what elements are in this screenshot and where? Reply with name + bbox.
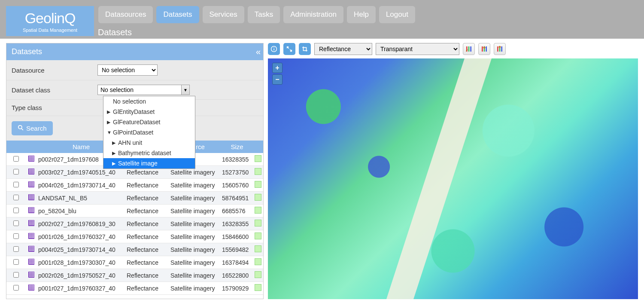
row-checkbox[interactable] <box>13 195 19 200</box>
datasource-select[interactable]: No selection <box>97 64 158 76</box>
row-type: Reflectance <box>125 269 169 282</box>
table-row[interactable]: p002r026_1dm19750527_40ReflectanceSatell… <box>6 269 263 282</box>
table-row[interactable]: p001r028_1dm19730307_40ReflectanceSatell… <box>6 256 263 269</box>
col-size-header[interactable]: Size <box>220 141 254 153</box>
row-name: p001r027_1dm19760327_40 <box>37 282 125 294</box>
dropdown-item[interactable]: ▶GlEntityDataset <box>103 107 195 117</box>
row-source: Satellite imagery <box>169 192 220 204</box>
table-row[interactable]: LANDSAT_NL_B5ReflectanceSatellite imager… <box>6 192 263 205</box>
dropdown-item[interactable]: ▶Bathymetric dataset <box>103 148 195 158</box>
status-badge <box>255 220 261 226</box>
dataset-icon <box>28 181 34 187</box>
row-type: Reflectance <box>125 231 169 243</box>
dropdown-item-label: Satellite image <box>118 160 158 167</box>
row-name: po_58204_blu <box>37 205 125 217</box>
nav-help[interactable]: Help <box>347 6 376 23</box>
zoom-out-button[interactable]: − <box>272 74 283 85</box>
row-size: 15790929 <box>220 282 254 294</box>
nav-logout[interactable]: Logout <box>379 6 415 23</box>
row-checkbox[interactable] <box>13 208 19 213</box>
main-nav: DatasourcesDatasetsServicesTasksAdminist… <box>98 6 415 23</box>
table-row[interactable]: p004r025_1dm19730714_40ReflectanceSatell… <box>6 243 263 256</box>
map-panel: Reflectance Transparant + − <box>268 43 638 299</box>
dataset-class-row: Dataset class ▼ No selection▶GlEntityDat… <box>6 80 263 100</box>
nav-datasources[interactable]: Datasources <box>98 6 153 23</box>
dropdown-item-label: GlPointDataset <box>113 129 153 136</box>
status-badge <box>255 181 261 188</box>
nav-services[interactable]: Services <box>203 6 244 23</box>
row-source: Satellite imagery <box>169 269 220 282</box>
collapse-icon[interactable]: « <box>256 47 258 57</box>
row-size: 6685576 <box>220 205 254 217</box>
row-checkbox[interactable] <box>13 233 19 239</box>
dataset-class-dropdown-button[interactable]: ▼ <box>181 85 190 95</box>
map-canvas[interactable]: + − <box>268 58 638 299</box>
info-button[interactable] <box>268 43 280 55</box>
svg-rect-7 <box>470 46 471 52</box>
dropdown-item[interactable]: ▶Satellite image <box>103 158 195 168</box>
style-import-button[interactable] <box>478 43 490 55</box>
dataset-icon <box>28 259 34 265</box>
svg-rect-10 <box>486 46 487 52</box>
crop-button[interactable] <box>299 43 311 55</box>
row-checkbox[interactable] <box>13 156 19 162</box>
panel-title: Datasets <box>12 47 42 56</box>
transparency-select[interactable]: Transparant <box>376 43 459 55</box>
row-source: Satellite imagery <box>169 244 220 256</box>
app-logo[interactable]: GeolinQ Spatial Data Management <box>6 6 94 36</box>
logo-title: GeolinQ <box>25 10 76 27</box>
nav-datasets[interactable]: Datasets <box>156 6 199 23</box>
search-button[interactable]: Search <box>12 121 53 135</box>
dropdown-item[interactable]: No selection <box>103 96 195 107</box>
dropdown-item[interactable]: ▶GlFeatureDataset <box>103 117 195 127</box>
row-checkbox[interactable] <box>13 169 19 174</box>
row-name: p001r026_1dm19760327_40 <box>37 231 125 243</box>
row-checkbox[interactable] <box>13 182 19 187</box>
table-body: p002r027_1dm197608imagery16328355p003r02… <box>6 153 263 295</box>
zoom-in-button[interactable]: + <box>272 63 283 73</box>
style-export-button[interactable] <box>494 43 506 55</box>
dropdown-item[interactable]: ▶AHN unit <box>103 138 195 148</box>
map-toolbar: Reflectance Transparant <box>268 43 638 55</box>
table-row[interactable]: p001r027_1dm19760327_40ReflectanceSatell… <box>6 282 263 295</box>
dropdown-item[interactable]: ▼GlPointDataset <box>103 127 195 138</box>
table-row[interactable]: po_58204_bluReflectanceSatellite imagery… <box>6 205 263 217</box>
dropdown-item-label: GlEntityDataset <box>113 108 155 115</box>
row-size: 16328355 <box>220 153 254 165</box>
expand-button[interactable] <box>283 43 295 55</box>
svg-line-1 <box>21 129 23 130</box>
row-checkbox[interactable] <box>13 246 19 252</box>
status-badge <box>255 271 261 278</box>
status-badge <box>255 168 261 175</box>
dataset-class-combo[interactable]: ▼ <box>97 85 190 95</box>
map-zoom-controls: + − <box>272 63 283 86</box>
row-name: p002r026_1dm19750527_40 <box>37 269 125 282</box>
row-size: 16328355 <box>220 218 254 230</box>
row-checkbox[interactable] <box>13 259 19 265</box>
table-row[interactable]: p002r027_1dm19760819_30ReflectanceSatell… <box>6 217 263 230</box>
dataset-class-input[interactable] <box>97 85 181 95</box>
row-source: Satellite imagery <box>169 257 220 269</box>
dropdown-item-label: AHN unit <box>118 139 142 146</box>
layer-type-select[interactable]: Reflectance <box>314 43 372 55</box>
row-checkbox[interactable] <box>13 285 19 291</box>
row-checkbox[interactable] <box>13 272 19 278</box>
dataset-icon <box>28 233 34 239</box>
svg-rect-13 <box>501 46 502 52</box>
row-source: Satellite imagery <box>169 205 220 217</box>
dataset-icon <box>28 168 34 174</box>
row-type: Reflectance <box>125 218 169 230</box>
status-badge <box>255 155 261 162</box>
table-row[interactable]: p001r026_1dm19760327_40ReflectanceSatell… <box>6 230 263 243</box>
row-checkbox[interactable] <box>13 220 19 226</box>
dataset-class-dropdown: No selection▶GlEntityDataset▶GlFeatureDa… <box>103 96 195 169</box>
caret-icon: ▶ <box>107 109 111 115</box>
dataset-icon <box>28 285 34 291</box>
status-badge <box>255 194 261 201</box>
row-source: Satellite imagery <box>169 282 220 294</box>
dataset-icon <box>28 246 34 252</box>
style-edit-button[interactable] <box>463 43 475 55</box>
table-row[interactable]: p004r026_1dm19730714_40ReflectanceSatell… <box>6 179 263 192</box>
nav-tasks[interactable]: Tasks <box>248 6 280 23</box>
nav-administration[interactable]: Administration <box>283 6 343 23</box>
